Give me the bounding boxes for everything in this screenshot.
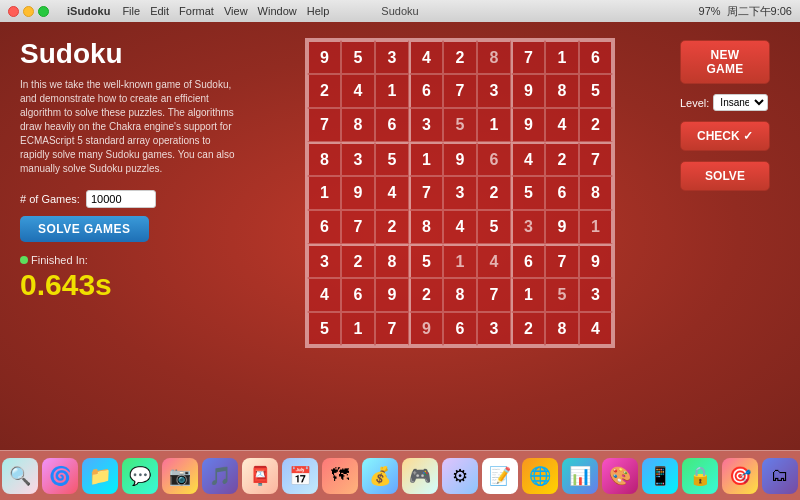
sudoku-cell-56[interactable]: 8: [375, 244, 409, 278]
minimize-button[interactable]: [23, 6, 34, 17]
sudoku-cell-41[interactable]: 2: [477, 176, 511, 210]
sudoku-cell-10[interactable]: 4: [341, 74, 375, 108]
dock-icon-0[interactable]: 🔍: [2, 458, 38, 494]
dock-icon-10[interactable]: 🎮: [402, 458, 438, 494]
sudoku-cell-76[interactable]: 6: [443, 312, 477, 346]
sudoku-cell-25[interactable]: 4: [545, 108, 579, 142]
sudoku-cell-19[interactable]: 8: [341, 108, 375, 142]
sudoku-cell-43[interactable]: 6: [545, 176, 579, 210]
menu-file[interactable]: File: [122, 5, 140, 17]
sudoku-cell-6[interactable]: 7: [511, 40, 545, 74]
sudoku-cell-33[interactable]: 4: [511, 142, 545, 176]
dock-icon-1[interactable]: 🌀: [42, 458, 78, 494]
level-select[interactable]: Insane Easy Medium Hard: [713, 94, 768, 111]
sudoku-cell-5[interactable]: 8: [477, 40, 511, 74]
menu-format[interactable]: Format: [179, 5, 214, 17]
sudoku-cell-57[interactable]: 5: [409, 244, 443, 278]
dock-icon-7[interactable]: 📅: [282, 458, 318, 494]
menu-help[interactable]: Help: [307, 5, 330, 17]
sudoku-cell-14[interactable]: 3: [477, 74, 511, 108]
sudoku-cell-69[interactable]: 1: [511, 278, 545, 312]
sudoku-cell-12[interactable]: 6: [409, 74, 443, 108]
sudoku-cell-17[interactable]: 5: [579, 74, 613, 108]
maximize-button[interactable]: [38, 6, 49, 17]
sudoku-cell-11[interactable]: 1: [375, 74, 409, 108]
sudoku-cell-46[interactable]: 7: [341, 210, 375, 244]
sudoku-cell-32[interactable]: 6: [477, 142, 511, 176]
sudoku-cell-35[interactable]: 7: [579, 142, 613, 176]
dock-icon-5[interactable]: 🎵: [202, 458, 238, 494]
dock-icon-19[interactable]: 🗂: [762, 458, 798, 494]
sudoku-cell-7[interactable]: 1: [545, 40, 579, 74]
sudoku-cell-15[interactable]: 9: [511, 74, 545, 108]
sudoku-cell-39[interactable]: 7: [409, 176, 443, 210]
solve-button[interactable]: SOLVE: [680, 161, 770, 191]
menu-edit[interactable]: Edit: [150, 5, 169, 17]
sudoku-cell-63[interactable]: 4: [307, 278, 341, 312]
sudoku-cell-18[interactable]: 7: [307, 108, 341, 142]
menu-view[interactable]: View: [224, 5, 248, 17]
sudoku-cell-31[interactable]: 9: [443, 142, 477, 176]
dock-icon-9[interactable]: 💰: [362, 458, 398, 494]
sudoku-cell-74[interactable]: 7: [375, 312, 409, 346]
sudoku-cell-45[interactable]: 6: [307, 210, 341, 244]
close-button[interactable]: [8, 6, 19, 17]
sudoku-cell-79[interactable]: 8: [545, 312, 579, 346]
sudoku-cell-50[interactable]: 5: [477, 210, 511, 244]
dock-icon-2[interactable]: 📁: [82, 458, 118, 494]
sudoku-cell-55[interactable]: 2: [341, 244, 375, 278]
games-input[interactable]: [86, 190, 156, 208]
sudoku-cell-78[interactable]: 2: [511, 312, 545, 346]
sudoku-cell-64[interactable]: 6: [341, 278, 375, 312]
sudoku-cell-70[interactable]: 5: [545, 278, 579, 312]
sudoku-cell-53[interactable]: 1: [579, 210, 613, 244]
menu-window[interactable]: Window: [258, 5, 297, 17]
sudoku-cell-38[interactable]: 4: [375, 176, 409, 210]
sudoku-cell-3[interactable]: 4: [409, 40, 443, 74]
sudoku-cell-16[interactable]: 8: [545, 74, 579, 108]
sudoku-cell-65[interactable]: 9: [375, 278, 409, 312]
dock-icon-6[interactable]: 📮: [242, 458, 278, 494]
sudoku-cell-27[interactable]: 8: [307, 142, 341, 176]
sudoku-cell-66[interactable]: 2: [409, 278, 443, 312]
sudoku-cell-44[interactable]: 8: [579, 176, 613, 210]
sudoku-cell-0[interactable]: 9: [307, 40, 341, 74]
sudoku-cell-23[interactable]: 1: [477, 108, 511, 142]
sudoku-cell-60[interactable]: 6: [511, 244, 545, 278]
sudoku-cell-49[interactable]: 4: [443, 210, 477, 244]
dock-icon-14[interactable]: 📊: [562, 458, 598, 494]
sudoku-cell-75[interactable]: 9: [409, 312, 443, 346]
sudoku-cell-47[interactable]: 2: [375, 210, 409, 244]
sudoku-cell-54[interactable]: 3: [307, 244, 341, 278]
sudoku-cell-61[interactable]: 7: [545, 244, 579, 278]
sudoku-cell-58[interactable]: 1: [443, 244, 477, 278]
sudoku-cell-21[interactable]: 3: [409, 108, 443, 142]
sudoku-cell-73[interactable]: 1: [341, 312, 375, 346]
sudoku-cell-9[interactable]: 2: [307, 74, 341, 108]
dock-icon-18[interactable]: 🎯: [722, 458, 758, 494]
sudoku-cell-1[interactable]: 5: [341, 40, 375, 74]
sudoku-cell-52[interactable]: 9: [545, 210, 579, 244]
sudoku-cell-51[interactable]: 3: [511, 210, 545, 244]
sudoku-cell-28[interactable]: 3: [341, 142, 375, 176]
sudoku-cell-72[interactable]: 5: [307, 312, 341, 346]
sudoku-cell-62[interactable]: 9: [579, 244, 613, 278]
sudoku-cell-68[interactable]: 7: [477, 278, 511, 312]
sudoku-cell-48[interactable]: 8: [409, 210, 443, 244]
sudoku-cell-36[interactable]: 1: [307, 176, 341, 210]
sudoku-cell-67[interactable]: 8: [443, 278, 477, 312]
dock-icon-12[interactable]: 📝: [482, 458, 518, 494]
sudoku-cell-22[interactable]: 5: [443, 108, 477, 142]
solve-games-button[interactable]: SOLVE GAMES: [20, 216, 149, 242]
sudoku-cell-20[interactable]: 6: [375, 108, 409, 142]
sudoku-cell-37[interactable]: 9: [341, 176, 375, 210]
sudoku-cell-30[interactable]: 1: [409, 142, 443, 176]
sudoku-cell-4[interactable]: 2: [443, 40, 477, 74]
sudoku-cell-8[interactable]: 6: [579, 40, 613, 74]
sudoku-cell-77[interactable]: 3: [477, 312, 511, 346]
sudoku-cell-71[interactable]: 3: [579, 278, 613, 312]
sudoku-cell-40[interactable]: 3: [443, 176, 477, 210]
sudoku-cell-13[interactable]: 7: [443, 74, 477, 108]
dock-icon-4[interactable]: 📷: [162, 458, 198, 494]
dock-icon-8[interactable]: 🗺: [322, 458, 358, 494]
